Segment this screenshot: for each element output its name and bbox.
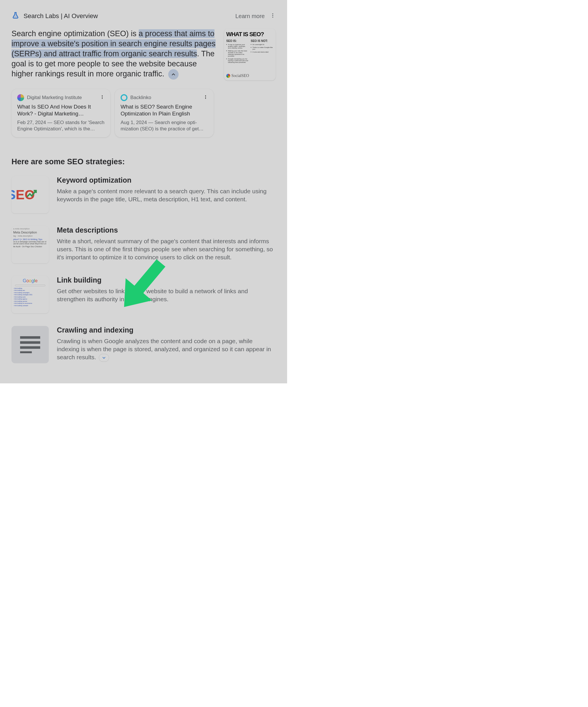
expand-button[interactable] xyxy=(99,354,109,362)
source-card[interactable]: Digital Marketing Institute What Is SEO … xyxy=(11,89,110,137)
strategy-title: Crawling and indexing xyxy=(57,326,276,334)
thumb-text: uld let users know what they'll find on xyxy=(13,243,47,245)
side-card-is-item: Making your site the best answer to as m… xyxy=(226,50,249,57)
strategy-desc: Get other websites to link to your websi… xyxy=(57,287,276,304)
side-card-isnot-item: A one-and-done deal xyxy=(251,51,273,53)
card-menu-icon[interactable] xyxy=(203,95,208,101)
source-card[interactable]: Backlinko What is SEO? Search Engine Opt… xyxy=(115,89,214,137)
strategies-heading: Here are some SEO strategies: xyxy=(11,157,276,166)
ai-overview-header: Search Labs | AI Overview Learn more xyxy=(11,11,276,21)
flask-icon xyxy=(11,11,20,21)
strategy-desc: Make a page's content more relevant to a… xyxy=(57,187,276,204)
brand-logo-icon xyxy=(226,74,230,78)
thumb-text: ite Audit · On Page Seo Checker xyxy=(13,245,47,247)
source-favicon-icon xyxy=(17,94,24,101)
more-menu-icon[interactable] xyxy=(270,13,276,20)
strategy-title: Keyword optimization xyxy=(57,176,276,184)
card-title: What is SEO? Search Engine Optimization … xyxy=(120,103,208,117)
side-reference-card[interactable]: WHAT IS SEO? SEO IS: A way to improve yo… xyxy=(224,29,276,80)
strategy-desc: Crawling is when Google analyzes the con… xyxy=(57,337,276,362)
summary-row: Search engine optimization (SEO) is a pr… xyxy=(11,29,276,80)
side-card-is-header: SEO IS: xyxy=(226,39,249,42)
source-name: Backlinko xyxy=(130,95,200,101)
side-card-is-item: A way to improve your quality traffic, r… xyxy=(226,44,249,49)
strategy-thumb[interactable]: a meta description Meta Description tag … xyxy=(11,226,49,263)
side-card-brand: SocialSEO xyxy=(226,73,273,78)
strategy-thumb[interactable] xyxy=(11,326,49,363)
source-favicon-icon xyxy=(120,94,128,101)
card-snippet: Feb 27, 2024 — SEO stands for 'Search En… xyxy=(17,120,105,132)
side-card-title: WHAT IS SEO? xyxy=(226,31,273,38)
strategy-item: Crawling and indexing Crawling is when G… xyxy=(11,326,276,363)
learn-more-link[interactable]: Learn more xyxy=(235,13,265,20)
ai-summary-text: Search engine optimization (SEO) is a pr… xyxy=(11,29,217,80)
brand-name: SocialSEO xyxy=(232,73,249,78)
side-card-isnot-header: SEO IS NOT: xyxy=(251,39,273,42)
svg-point-2 xyxy=(272,16,273,18)
page-title: Search Labs | AI Overview xyxy=(24,12,98,20)
strategy-item: a meta description Meta Description tag … xyxy=(11,226,276,263)
strategy-thumb[interactable]: SE O xyxy=(11,176,49,213)
source-cards-row: Digital Marketing Institute What Is SEO … xyxy=(11,89,276,137)
header-left: Search Labs | AI Overview xyxy=(11,11,98,21)
thumb-text: on is a webpage summary that can sl xyxy=(13,241,47,243)
strategy-title: Meta descriptions xyxy=(57,226,276,234)
strategy-desc-text: Crawling is when Google analyzes the con… xyxy=(57,338,271,361)
svg-point-8 xyxy=(205,98,206,99)
card-title: What Is SEO And How Does It Work? - Digi… xyxy=(17,103,105,117)
svg-point-7 xyxy=(205,97,206,98)
svg-rect-12 xyxy=(20,351,32,353)
strategy-thumb[interactable]: Google • link building• link building se… xyxy=(11,276,49,313)
document-lines-icon xyxy=(20,336,40,353)
thumb-text: ption? [+ SEO & Writing Tips xyxy=(13,238,47,241)
svg-point-1 xyxy=(272,15,273,16)
thumb-text: a meta description xyxy=(13,228,47,230)
svg-point-4 xyxy=(102,97,103,98)
strategy-item: SE O Keyword optimization Make a page's … xyxy=(11,176,276,213)
side-card-isnot-item: An overnight fix xyxy=(251,44,273,45)
header-right: Learn more xyxy=(235,13,276,20)
svg-rect-10 xyxy=(20,341,40,344)
strategy-title: Link building xyxy=(57,276,276,284)
svg-point-3 xyxy=(102,95,103,96)
summary-prefix: Search engine optimization (SEO) is xyxy=(11,29,139,38)
svg-point-5 xyxy=(102,98,103,99)
source-name: Digital Marketing Institute xyxy=(27,95,97,101)
thumb-text: Meta Description xyxy=(13,231,47,234)
svg-rect-9 xyxy=(20,336,40,339)
side-card-is-item: Google rewarding you for having a well-b… xyxy=(226,58,249,63)
svg-rect-11 xyxy=(20,346,40,349)
side-card-isnot-item: Tricks to make Google like you xyxy=(251,46,273,50)
card-snippet: Aug 1, 2024 — Search engine opti­mizatio… xyxy=(120,120,208,132)
thumb-text: tag · meta-description xyxy=(13,235,47,237)
svg-point-6 xyxy=(205,95,206,96)
strategy-item: Google • link building• link building se… xyxy=(11,276,276,313)
google-logo-icon: Google xyxy=(14,278,46,283)
card-menu-icon[interactable] xyxy=(100,95,105,101)
collapse-button[interactable] xyxy=(168,69,179,79)
strategy-desc: Write a short, relevant summary of the p… xyxy=(57,237,276,262)
svg-point-0 xyxy=(272,13,273,14)
